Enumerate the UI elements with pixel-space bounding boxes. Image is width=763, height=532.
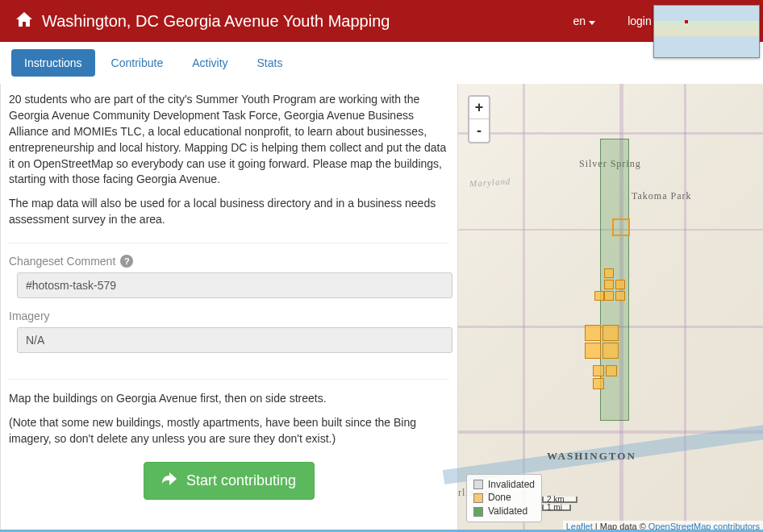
task-cell[interactable]	[593, 365, 604, 376]
divider	[9, 379, 449, 380]
tabs-row: Instructions Contribute Activity Stats	[0, 42, 763, 84]
instructions-p3: Map the buildings on Georgia Avenue firs…	[9, 391, 449, 407]
legend-invalidated: Invalidated	[473, 478, 535, 492]
divider	[9, 243, 449, 243]
zoom-in-button[interactable]: +	[469, 97, 489, 119]
map-label-washington: WASHINGTON	[547, 450, 636, 463]
task-cell[interactable]	[604, 291, 614, 301]
imagery-input	[17, 327, 452, 353]
help-icon[interactable]: ?	[120, 255, 133, 268]
scale-mi: 1 mi	[542, 505, 571, 511]
map-legend: Invalidated Done Validated	[466, 474, 542, 522]
header-bar: Washington, DC Georgia Avenue Youth Mapp…	[0, 0, 763, 42]
tab-activity[interactable]: Activity	[179, 49, 240, 77]
instructions-p4: (Note that some new buildings, mostly ap…	[9, 415, 449, 447]
map-label-maryland: Maryland	[469, 176, 511, 189]
changeset-label: Changeset Comment ?	[9, 255, 449, 268]
tab-instructions[interactable]: Instructions	[11, 49, 95, 77]
task-cell[interactable]	[594, 291, 604, 301]
map-panel[interactable]: Maryland Silver Spring Takoma Park WASHI…	[458, 84, 763, 532]
task-grid[interactable]	[600, 139, 629, 421]
task-cell[interactable]	[585, 325, 601, 341]
legend-validated: Validated	[473, 505, 535, 518]
task-cell[interactable]	[602, 325, 619, 341]
instructions-panel: 20 students who are part of the city's S…	[0, 84, 458, 532]
zoom-out-button[interactable]: -	[469, 119, 489, 142]
language-selector[interactable]: en	[573, 15, 596, 27]
changeset-input	[17, 272, 452, 298]
overview-marker	[685, 20, 688, 23]
start-contributing-button[interactable]: Start contributing	[144, 462, 315, 500]
map-label-takoma-park: Takoma Park	[632, 190, 691, 202]
tab-stats[interactable]: Stats	[244, 49, 296, 77]
scale-control: 2 km 1 mi	[542, 497, 577, 513]
imagery-label: Imagery	[9, 310, 449, 322]
task-cell[interactable]	[602, 343, 619, 359]
instructions-p1: 20 students who are part of the city's S…	[9, 92, 449, 188]
task-cell[interactable]	[612, 218, 630, 236]
task-cell[interactable]	[615, 280, 625, 289]
share-icon	[162, 472, 177, 489]
language-label: en	[573, 15, 586, 27]
overview-map[interactable]	[653, 5, 760, 58]
scale-km: 2 km	[542, 497, 577, 503]
task-cell[interactable]	[606, 365, 617, 376]
zoom-control: + -	[468, 95, 490, 143]
legend-done: Done	[473, 491, 535, 505]
task-cell[interactable]	[585, 343, 601, 359]
home-icon[interactable]	[16, 12, 32, 31]
task-cell[interactable]	[615, 291, 625, 301]
start-button-label: Start contributing	[186, 472, 296, 489]
task-cell[interactable]	[593, 378, 604, 389]
tab-contribute[interactable]: Contribute	[98, 49, 177, 77]
task-cell[interactable]	[604, 268, 614, 278]
task-cell[interactable]	[604, 280, 614, 289]
caret-down-icon	[589, 15, 595, 27]
instructions-p2: The map data will also be used for a loc…	[9, 196, 449, 228]
page-title: Washington, DC Georgia Avenue Youth Mapp…	[42, 12, 390, 31]
